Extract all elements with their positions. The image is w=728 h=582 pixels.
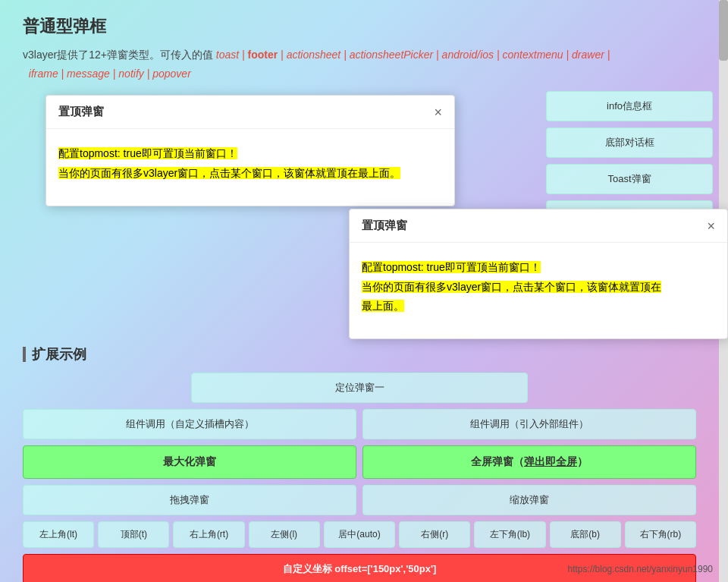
scrollbar-thumb[interactable] (719, 0, 728, 61)
modals-container: 置顶弹窗 × 配置topmost: true即可置顶当前窗口！ 当你的页面有很多… (23, 95, 696, 338)
component-external-btn[interactable]: 组件调用（引入外部组件） (362, 409, 696, 439)
component-slot-btn[interactable]: 组件调用（自定义插槽内容） (23, 409, 356, 439)
maximize-row: 最大化弹窗 全屏弹窗（弹出即全屏） (23, 445, 696, 479)
fullscreen-label: 全屏弹窗（弹出即全屏） (471, 455, 588, 467)
position-row: 左上角(lt) 顶部(t) 右上角(rt) 左侧(l) 居中(auto) 右侧(… (23, 521, 696, 548)
modal-1-header: 置顶弹窗 × (46, 96, 454, 129)
fullscreen-btn[interactable]: 全屏弹窗（弹出即全屏） (362, 445, 696, 479)
position-one-row: 定位弹窗一 (23, 373, 696, 403)
fullscreen-sub: 弹出即全屏 (524, 455, 577, 467)
modal-1-close[interactable]: × (434, 105, 442, 119)
scale-btn[interactable]: 缩放弹窗 (362, 485, 696, 515)
pos-lb-btn[interactable]: 左下角(lb) (474, 521, 545, 548)
modal-2[interactable]: 置顶弹窗 × 配置topmost: true即可置顶当前窗口！ 当你的页面有很多… (349, 209, 728, 339)
modal-2-line2: 当你的页面有很多v3layer窗口，点击某个窗口，该窗体就置顶在最上面。 (362, 281, 661, 312)
modal-2-close[interactable]: × (707, 219, 715, 233)
watermark: https://blog.csdn.net/yanxinyun1990 (568, 564, 713, 574)
pos-r-btn[interactable]: 右侧(r) (399, 521, 470, 548)
main-content: 普通型弹框 v3layer提供了12+弹窗类型。可传入的值 toast | fo… (0, 0, 719, 582)
pos-auto-btn[interactable]: 居中(auto) (324, 521, 395, 548)
modal-2-body: 配置topmost: true即可置顶当前窗口！ 当你的页面有很多v3layer… (350, 243, 727, 338)
pos-rt-btn[interactable]: 右上角(rt) (173, 521, 244, 548)
modal-1-line1: 配置topmost: true即可置顶当前窗口！ (58, 147, 237, 159)
desc-prefix: v3layer提供了12+弹窗类型。可传入的值 (23, 49, 216, 61)
pos-lt-btn[interactable]: 左上角(lt) (23, 521, 94, 548)
modal-1-body: 配置topmost: true即可置顶当前窗口！ 当你的页面有很多v3layer… (46, 129, 454, 205)
pos-rb-btn[interactable]: 右下角(rb) (625, 521, 696, 548)
ext-title-text: 扩展示例 (32, 345, 86, 363)
modal-2-line2-end: 最上面。 (362, 300, 404, 312)
drag-scale-row: 拖拽弹窗 缩放弹窗 (23, 485, 696, 515)
page-title: 普通型弹框 (23, 15, 696, 38)
modal-1-line2: 当你的页面有很多v3layer窗口，点击某个窗口，该窗体就置顶在最上面。 (58, 167, 400, 179)
ext-title: 扩展示例 (23, 345, 696, 363)
modal-1-title: 置顶弹窗 (58, 105, 104, 119)
modal-1[interactable]: 置顶弹窗 × 配置topmost: true即可置顶当前窗口！ 当你的页面有很多… (46, 95, 455, 206)
position-one-btn[interactable]: 定位弹窗一 (191, 373, 528, 403)
maximize-btn[interactable]: 最大化弹窗 (23, 445, 356, 479)
modal-2-line1: 配置topmost: true即可置顶当前窗口！ (362, 261, 541, 273)
footer-highlight: footer (248, 49, 278, 61)
modal-2-header: 置顶弹窗 × (350, 209, 727, 243)
pos-b-btn[interactable]: 底部(b) (550, 521, 621, 548)
description: v3layer提供了12+弹窗类型。可传入的值 toast | footer |… (23, 46, 696, 83)
extension-section: 扩展示例 定位弹窗一 组件调用（自定义插槽内容） 组件调用（引入外部组件） 最大… (23, 345, 696, 582)
modal-2-title: 置顶弹窗 (362, 219, 407, 233)
drag-btn[interactable]: 拖拽弹窗 (23, 485, 356, 515)
pos-l-btn[interactable]: 左侧(l) (249, 521, 320, 548)
pos-t-btn[interactable]: 顶部(t) (98, 521, 169, 548)
component-row: 组件调用（自定义插槽内容） 组件调用（引入外部组件） (23, 409, 696, 439)
